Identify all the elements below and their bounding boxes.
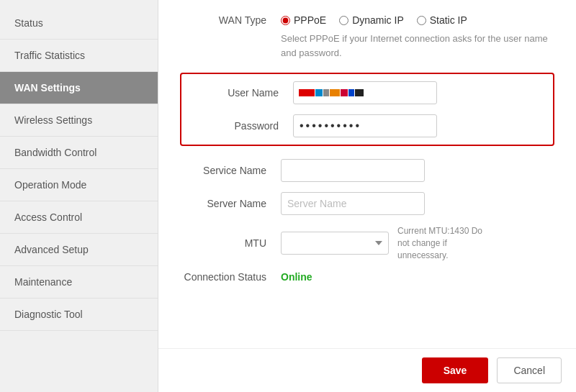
username-input[interactable] [293, 81, 437, 104]
password-row: Password [192, 114, 542, 137]
credentials-box: User Name Password [180, 73, 554, 146]
username-row: User Name [192, 81, 542, 104]
password-label: Password [192, 120, 279, 132]
sidebar: Status Traffic Statistics WAN Settings W… [0, 0, 158, 392]
service-name-label: Service Name [180, 165, 266, 176]
sidebar-item-traffic-statistics[interactable]: Traffic Statistics [0, 40, 158, 72]
server-name-label: Server Name [180, 198, 266, 209]
mtu-select[interactable] [281, 232, 389, 255]
dynamic-ip-radio[interactable] [339, 16, 348, 25]
sidebar-item-status[interactable]: Status [0, 7, 158, 40]
password-input[interactable] [293, 114, 437, 137]
mtu-label: MTU [180, 237, 266, 249]
wan-type-label: WAN Type [180, 14, 266, 26]
mtu-row: MTU Current MTU:1430 Do not change if un… [180, 225, 554, 261]
sidebar-item-maintenance[interactable]: Maintenance [0, 266, 158, 298]
pppoe-option[interactable]: PPPoE [281, 14, 326, 26]
sidebar-item-advanced-setup[interactable]: Advanced Setup [0, 234, 158, 266]
sidebar-item-diagnostic-tool[interactable]: Diagnostic Tool [0, 298, 158, 331]
mtu-note: Current MTU:1430 Do not change if unnece… [397, 225, 491, 261]
sidebar-item-wan-settings[interactable]: WAN Settings [0, 72, 158, 104]
wan-type-row: WAN Type PPPoE Dynamic IP Static IP [180, 14, 554, 26]
dynamic-ip-option[interactable]: Dynamic IP [339, 14, 404, 26]
static-ip-radio[interactable] [417, 16, 426, 25]
connection-status-row: Connection Status Online [180, 271, 554, 283]
username-label: User Name [192, 87, 279, 99]
bottom-bar: Save Cancel [158, 348, 576, 392]
sidebar-item-access-control[interactable]: Access Control [0, 201, 158, 234]
service-name-input[interactable] [281, 159, 425, 182]
connection-status-label: Connection Status [180, 271, 266, 283]
wan-type-radio-group: PPPoE Dynamic IP Static IP [281, 14, 467, 26]
sidebar-item-wireless-settings[interactable]: Wireless Settings [0, 104, 158, 137]
service-name-row: Service Name [180, 159, 554, 182]
wan-description: Select PPPoE if your Internet connection… [281, 32, 554, 60]
cancel-button[interactable]: Cancel [497, 357, 562, 383]
main-content: WAN Type PPPoE Dynamic IP Static IP Sele… [158, 0, 576, 392]
sidebar-item-bandwidth-control[interactable]: Bandwidth Control [0, 137, 158, 169]
pppoe-radio[interactable] [281, 16, 290, 25]
server-name-input[interactable] [281, 192, 425, 215]
static-ip-option[interactable]: Static IP [417, 14, 467, 26]
server-name-row: Server Name [180, 192, 554, 215]
save-button[interactable]: Save [422, 357, 489, 383]
connection-status-value: Online [281, 271, 312, 283]
sidebar-item-operation-mode[interactable]: Operation Mode [0, 169, 158, 201]
